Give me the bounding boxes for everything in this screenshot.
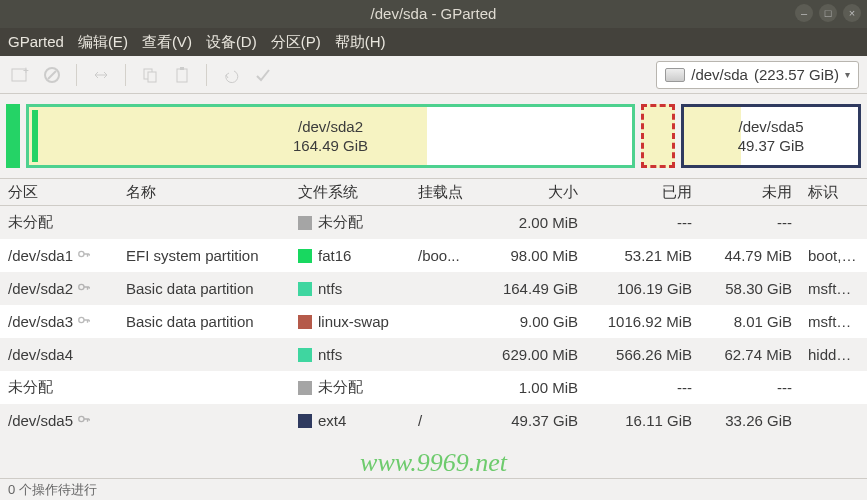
chevron-down-icon: ▾ xyxy=(845,69,850,80)
apply-button[interactable] xyxy=(251,63,275,87)
fs-type: fat16 xyxy=(318,247,351,264)
graph-sda2-label: /dev/sda2 xyxy=(293,117,368,137)
flags-cell: msftdata xyxy=(800,313,867,330)
fs-color-swatch xyxy=(298,216,312,230)
titlebar: /dev/sda - GParted – □ × xyxy=(0,0,867,28)
menu-edit[interactable]: 编辑(E) xyxy=(78,28,128,56)
unused-cell: 62.74 MiB xyxy=(700,346,800,363)
menu-device[interactable]: 设备(D) xyxy=(206,28,257,56)
delete-button[interactable] xyxy=(40,63,64,87)
menu-gparted[interactable]: GParted xyxy=(8,28,64,56)
device-selector[interactable]: /dev/sda (223.57 GiB) ▾ xyxy=(656,61,859,89)
fs-color-swatch xyxy=(298,282,312,296)
table-row[interactable]: /dev/sda4ntfs629.00 MiB566.26 MiB62.74 M… xyxy=(0,338,867,371)
size-cell: 1.00 MiB xyxy=(478,379,586,396)
maximize-button[interactable]: □ xyxy=(819,4,837,22)
table-row[interactable]: 未分配未分配1.00 MiB------ xyxy=(0,371,867,404)
col-used[interactable]: 已用 xyxy=(586,183,700,202)
table-row[interactable]: 未分配未分配2.00 MiB------ xyxy=(0,206,867,239)
col-flags[interactable]: 标识 xyxy=(800,183,867,202)
fs-color-swatch xyxy=(298,249,312,263)
col-fs[interactable]: 文件系统 xyxy=(290,183,410,202)
selected-device: /dev/sda xyxy=(691,66,748,83)
statusbar: 0 个操作待进行 xyxy=(0,478,867,500)
svg-rect-5 xyxy=(148,72,156,82)
menu-partition[interactable]: 分区(P) xyxy=(271,28,321,56)
fs-color-swatch xyxy=(298,348,312,362)
close-button[interactable]: × xyxy=(843,4,861,22)
table-row[interactable]: /dev/sda2Basic data partitionntfs164.49 … xyxy=(0,272,867,305)
mount-point: /boo... xyxy=(410,247,478,264)
fs-type: 未分配 xyxy=(318,378,363,397)
table-header: 分区 名称 文件系统 挂载点 大小 已用 未用 标识 xyxy=(0,178,867,206)
fs-type: ext4 xyxy=(318,412,346,429)
lock-key-icon xyxy=(77,247,91,264)
used-cell: 53.21 MiB xyxy=(586,247,700,264)
unused-cell: 8.01 GiB xyxy=(700,313,800,330)
used-cell: --- xyxy=(586,214,700,231)
svg-rect-6 xyxy=(177,69,187,82)
size-cell: 49.37 GiB xyxy=(478,412,586,429)
menu-help[interactable]: 帮助(H) xyxy=(335,28,386,56)
fs-color-swatch xyxy=(298,414,312,428)
unused-cell: 58.30 GiB xyxy=(700,280,800,297)
graph-partition-swap[interactable] xyxy=(641,104,675,168)
col-partition[interactable]: 分区 xyxy=(0,183,118,202)
unused-cell: --- xyxy=(700,379,800,396)
svg-point-11 xyxy=(79,416,84,421)
table-row[interactable]: /dev/sda3Basic data partitionlinux-swap9… xyxy=(0,305,867,338)
fs-type: linux-swap xyxy=(318,313,389,330)
partition-table: 未分配未分配2.00 MiB------/dev/sda1EFI system … xyxy=(0,206,867,437)
mount-point: / xyxy=(410,412,478,429)
used-cell: 106.19 GiB xyxy=(586,280,700,297)
size-cell: 164.49 GiB xyxy=(478,280,586,297)
svg-point-10 xyxy=(79,317,84,322)
table-row[interactable]: /dev/sda5ext4/49.37 GiB16.11 GiB33.26 Gi… xyxy=(0,404,867,437)
graph-partition-sda5[interactable]: /dev/sda5 49.37 GiB xyxy=(681,104,861,168)
size-cell: 629.00 MiB xyxy=(478,346,586,363)
fs-type: ntfs xyxy=(318,280,342,297)
fs-type: ntfs xyxy=(318,346,342,363)
partition-name: 未分配 xyxy=(8,378,53,397)
partition-graph: /dev/sda2 164.49 GiB /dev/sda5 49.37 GiB xyxy=(0,94,867,178)
graph-partition-sda2[interactable]: /dev/sda2 164.49 GiB xyxy=(26,104,635,168)
unused-cell: --- xyxy=(700,214,800,231)
lock-key-icon xyxy=(77,313,91,330)
flags-cell: boot, esp xyxy=(800,247,867,264)
menubar: GParted 编辑(E) 查看(V) 设备(D) 分区(P) 帮助(H) xyxy=(0,28,867,56)
fs-type: 未分配 xyxy=(318,213,363,232)
unused-cell: 44.79 MiB xyxy=(700,247,800,264)
menu-view[interactable]: 查看(V) xyxy=(142,28,192,56)
fs-color-swatch xyxy=(298,381,312,395)
watermark-text: www.9969.net xyxy=(0,448,867,478)
partition-name: /dev/sda2 xyxy=(8,280,73,297)
used-cell: 566.26 MiB xyxy=(586,346,700,363)
flags-cell: msftdata xyxy=(800,280,867,297)
fs-color-swatch xyxy=(298,315,312,329)
paste-button[interactable] xyxy=(170,63,194,87)
partition-label: EFI system partition xyxy=(118,247,290,264)
graph-sda5-size: 49.37 GiB xyxy=(738,136,805,156)
col-unused[interactable]: 未用 xyxy=(700,183,800,202)
used-cell: --- xyxy=(586,379,700,396)
size-cell: 9.00 GiB xyxy=(478,313,586,330)
col-size[interactable]: 大小 xyxy=(478,183,586,202)
undo-button[interactable] xyxy=(219,63,243,87)
copy-button[interactable] xyxy=(138,63,162,87)
graph-sda5-label: /dev/sda5 xyxy=(738,117,805,137)
col-name[interactable]: 名称 xyxy=(118,183,290,202)
svg-rect-7 xyxy=(180,67,184,70)
toolbar: + /dev/sda (223.57 GiB) ▾ xyxy=(0,56,867,94)
resize-button[interactable] xyxy=(89,63,113,87)
unused-cell: 33.26 GiB xyxy=(700,412,800,429)
minimize-button[interactable]: – xyxy=(795,4,813,22)
svg-point-9 xyxy=(79,284,84,289)
col-mount[interactable]: 挂载点 xyxy=(410,183,478,202)
partition-name: /dev/sda5 xyxy=(8,412,73,429)
new-partition-button[interactable]: + xyxy=(8,63,32,87)
flags-cell: hidden, diag xyxy=(800,346,867,363)
partition-name: /dev/sda1 xyxy=(8,247,73,264)
table-row[interactable]: /dev/sda1EFI system partitionfat16/boo..… xyxy=(0,239,867,272)
graph-small-prefix[interactable] xyxy=(6,104,20,168)
selected-device-size: (223.57 GiB) xyxy=(754,66,839,83)
